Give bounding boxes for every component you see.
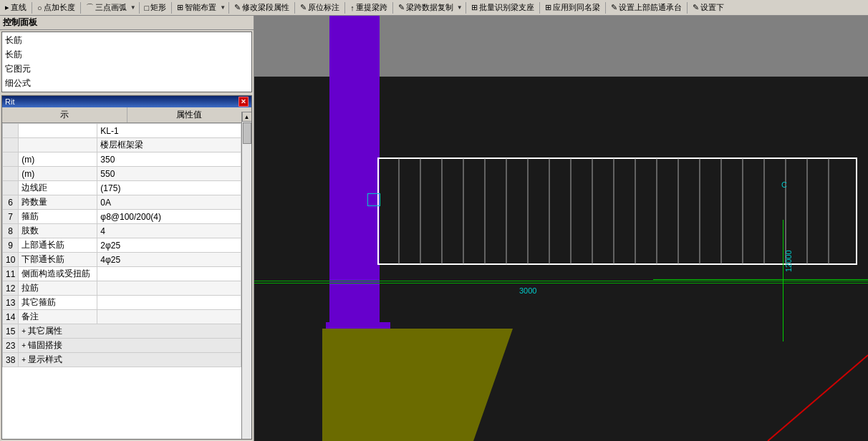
table-row[interactable]: 14 备注 <box>3 310 241 324</box>
properties-table: KL-1 楼层框架梁 (m) 350 <box>2 123 241 367</box>
smart-dropdown[interactable]: ▼ <box>220 4 226 11</box>
toolbar-refresh[interactable]: ↑ 重提梁跨 <box>348 2 390 13</box>
toolbar-rect[interactable]: □ 矩形 <box>143 2 169 13</box>
toolbar-set-bot[interactable]: ✎ 设置下 <box>690 2 726 13</box>
row-label: (m) <box>19 167 97 181</box>
sidebar-item-gongshi[interactable]: 细公式 <box>4 77 250 90</box>
props-table-container[interactable]: KL-1 楼层框架梁 (m) 350 <box>2 123 251 440</box>
expand-icon: + <box>21 327 26 335</box>
line-icon: ▸ <box>5 3 9 12</box>
table-row[interactable]: 边线距 (175) <box>3 181 241 195</box>
row-num <box>3 124 19 138</box>
sidebar-item-changj2[interactable]: 长筋 <box>4 48 250 62</box>
toolbar-edit-beam[interactable]: ✎ 修改梁段属性 <box>232 2 291 13</box>
toolbar-line[interactable]: ▸ 直线 <box>3 2 29 13</box>
cad-red-line-svg <box>710 298 868 441</box>
control-panel-title: 控制面板 <box>3 16 37 29</box>
expandable-row-23[interactable]: 23 +锚固搭接 <box>3 339 241 353</box>
copy-dropdown[interactable]: ▼ <box>457 4 463 11</box>
toolbar-label-10: 批量识别梁支座 <box>479 2 534 13</box>
table-row[interactable]: 6 跨数量 0A <box>3 195 241 210</box>
row-value: (175) <box>97 181 241 195</box>
toolbar-label-9: 梁跨数据复制 <box>406 2 453 13</box>
toolbar-sep-2 <box>80 2 81 14</box>
panel-title: Rit <box>5 97 14 106</box>
expand-icon-3: + <box>21 356 26 364</box>
cad-green-line-h1 <box>254 281 868 281</box>
table-row[interactable]: 11 侧面构造或受扭筋 <box>3 267 241 281</box>
table-row[interactable]: 9 上部通长筋 2φ25 <box>3 238 241 253</box>
cad-circle-marker <box>367 193 380 206</box>
toolbar-apply-same[interactable]: ⊞ 应用到同名梁 <box>543 2 602 13</box>
row-expand-label: +显示样式 <box>19 353 241 367</box>
toolbar-sep-4 <box>171 2 172 14</box>
toolbar-label-7: 原位标注 <box>308 2 339 13</box>
props-scrollbar[interactable]: ▲ ▼ <box>241 112 251 440</box>
table-row[interactable]: (m) 550 <box>3 167 241 181</box>
row-label <box>19 124 97 138</box>
table-row[interactable]: KL-1 <box>3 124 241 138</box>
scroll-up-button[interactable]: ▲ <box>242 112 252 122</box>
row-label: 边线距 <box>19 181 97 195</box>
left-panel: 控制面板 长筋 长筋 它图元 细公式 Rit ✕ 示 属性值 <box>0 16 254 441</box>
table-row[interactable]: 8 肢数 4 <box>3 224 241 238</box>
row-label: 上部通长筋 <box>19 238 97 253</box>
table-row[interactable]: 10 下部通长筋 4φ25 <box>3 253 241 267</box>
row-label <box>19 138 97 152</box>
props-table-header: 示 属性值 <box>2 107 251 123</box>
toolbar-set-top[interactable]: ✎ 设置上部筋通承台 <box>609 2 684 13</box>
toolbar-sep-10 <box>539 2 540 14</box>
toolbar-label-annot[interactable]: ✎ 原位标注 <box>298 2 342 13</box>
sidebar-item-changj1[interactable]: 长筋 <box>4 34 250 47</box>
row-num: 7 <box>3 210 19 224</box>
row-value: 楼层框架梁 <box>97 138 241 152</box>
table-row[interactable]: 7 箍筋 φ8@100/200(4) <box>3 210 241 224</box>
row-num <box>3 138 19 152</box>
toolbar-sep-12 <box>687 2 688 14</box>
row-num: 23 <box>3 339 19 353</box>
expandable-row-38[interactable]: 38 +显示样式 <box>3 353 241 367</box>
row-label: 侧面构造或受扭筋 <box>19 267 97 281</box>
row-value <box>97 267 241 281</box>
toolbar-label-5: 智能布置 <box>185 2 216 13</box>
row-num <box>3 181 19 195</box>
table-row[interactable]: 12 拉筋 <box>3 281 241 296</box>
expand-icon-2: + <box>21 341 26 349</box>
row-num <box>3 167 19 181</box>
sidebar-item-tuyuan[interactable]: 它图元 <box>4 62 250 76</box>
toolbar-sep-5 <box>228 2 229 14</box>
cad-label-c: C <box>781 180 787 189</box>
toolbar-label-6: 修改梁段属性 <box>242 2 289 13</box>
toolbar: ▸ 直线 ○ 点加长度 ⌒ 三点画弧 ▼ □ 矩形 ⊞ 智能布置 ▼ ✎ 修改梁… <box>0 0 868 16</box>
toolbar-arc[interactable]: ⌒ 三点画弧 <box>84 2 129 13</box>
row-num: 15 <box>3 324 19 339</box>
row-value: 2φ25 <box>97 238 241 253</box>
toolbar-point[interactable]: ○ 点加长度 <box>35 2 77 13</box>
batch-icon: ⊞ <box>471 3 478 12</box>
toolbar-label-11: 应用到同名梁 <box>553 2 600 13</box>
table-row[interactable]: (m) 350 <box>3 152 241 167</box>
toolbar-batch[interactable]: ⊞ 批量识别梁支座 <box>469 2 536 13</box>
row-num: 13 <box>3 296 19 310</box>
row-label: 其它箍筋 <box>19 296 97 310</box>
row-label: 拉筋 <box>19 281 97 296</box>
toolbar-sep-8 <box>392 2 393 14</box>
arc-dropdown[interactable]: ▼ <box>130 4 136 11</box>
panel-close-button[interactable]: ✕ <box>238 97 249 107</box>
apply-icon: ⊞ <box>545 3 551 12</box>
scroll-thumb[interactable] <box>243 122 251 144</box>
cad-viewport[interactable]: C 12000 3000 <box>254 16 868 441</box>
toolbar-sep-3 <box>139 2 140 14</box>
row-num: 6 <box>3 195 19 210</box>
row-num: 12 <box>3 281 19 296</box>
toolbar-sep-7 <box>344 2 345 14</box>
set-top-icon: ✎ <box>611 3 617 12</box>
table-row[interactable]: 13 其它箍筋 <box>3 296 241 310</box>
expandable-row-15[interactable]: 15 +其它属性 <box>3 324 241 339</box>
toolbar-smart[interactable]: ⊞ 智能布置 <box>175 2 218 13</box>
row-num: 10 <box>3 253 19 267</box>
table-row[interactable]: 楼层框架梁 <box>3 138 241 152</box>
row-value: 550 <box>97 167 241 181</box>
toolbar-copy-data[interactable]: ✎ 梁跨数据复制 <box>396 2 455 13</box>
row-label: 箍筋 <box>19 210 97 224</box>
